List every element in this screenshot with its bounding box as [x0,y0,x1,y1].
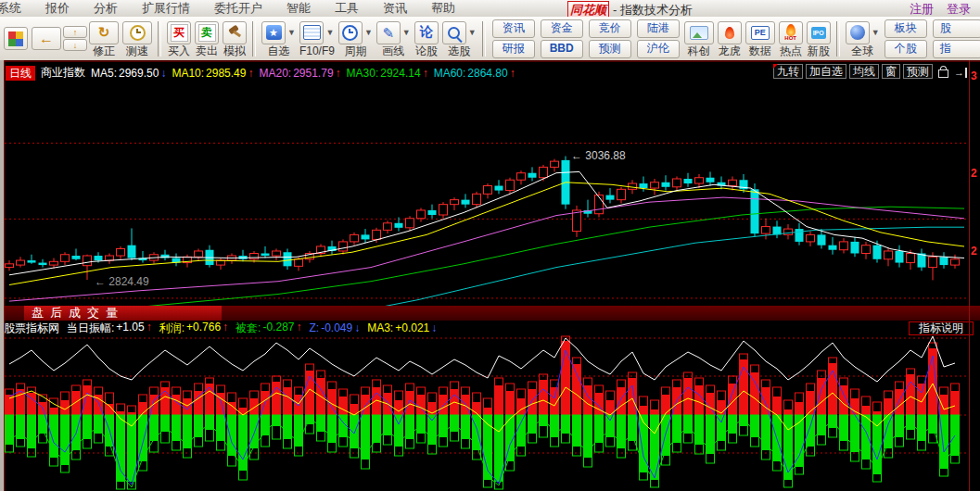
trend-arrow: ↓ [431,321,437,334]
app-window: 系统 报价 分析 扩展行情 委托开户 智能 工具 资讯 帮助 同花顺 - 指数技… [0,0,980,491]
news-button[interactable]: 资讯 [492,19,535,38]
pe-icon: PE [751,26,770,40]
login-link[interactable]: 登录 [947,1,971,18]
toolbar-separator [252,21,256,57]
back-arrow-icon: ← [39,31,54,47]
buy-icon: 买 [171,24,188,42]
document-icon [303,25,321,40]
chevron-down-icon[interactable]: ▼ [364,28,373,37]
trend-arrow: ↑ [223,321,228,336]
ma-toggle-button[interactable]: 均线 [849,64,879,79]
menu-item-news[interactable]: 资讯 [371,0,419,17]
main-chart-panel: 日线 商业指数 MA5: 2969.50 ↓ MA10: 2985.49 ↑ M… [0,60,980,308]
trapped-readout: 被套: -0.287 ↑ [235,321,301,336]
dragon-icon [725,27,734,39]
chevron-down-icon[interactable]: ▼ [402,28,411,37]
menu-item-extended[interactable]: 扩展行情 [130,0,202,17]
correct-button[interactable]: ↻ 修正 [89,21,119,57]
period-tag[interactable]: 日线 [6,66,35,81]
dragon-tiger-button[interactable]: 龙虎 [718,21,742,57]
tab-after-hours-volume[interactable]: 盘后成交量 [24,306,222,321]
menu-item-help[interactable]: 帮助 [419,0,467,17]
back-button[interactable]: ← [32,27,61,50]
lock-icon[interactable] [938,69,948,78]
watchlist-button[interactable]: ★▼ 自选 [261,21,296,57]
nine-turn-button[interactable]: 九转 [773,64,803,79]
down-arrow-icon: ↓ [73,41,78,50]
speed-test-button[interactable]: 测速 [122,21,152,57]
ipo-icon: IPO [811,27,826,39]
f10-button[interactable]: ▼ F10/F9 [299,21,335,57]
chart-frame-left [4,60,5,491]
hot-spots-button[interactable]: HOT 热点 [779,21,803,57]
grid-icon [8,31,23,46]
ma10-readout: MA10: 2985.49 ↑ [172,67,253,80]
svg-text:← 3036.88: ← 3036.88 [571,149,626,162]
stock-picker-button[interactable]: ▼ 选股 [442,21,477,57]
hk-connect-button[interactable]: 陆港 [637,19,680,38]
indicator-help-button[interactable]: 指标说明 [909,321,974,335]
indicator-header: 股票指标网 当日振幅: +1.05 ↑ 利润: +0.766 ↑ 被套: -0.… [0,321,980,335]
profit-readout: 利润: +0.766 ↑ [159,321,228,336]
toolbar-separator [482,21,486,57]
ipo-button[interactable]: IPO 新股 [807,21,831,57]
funds-button[interactable]: 资金 [541,19,583,38]
sectors-button[interactable]: 板块 [885,19,927,38]
chart-header: 日线 商业指数 MA5: 2969.50 ↓ MA10: 2985.49 ↑ M… [6,64,974,82]
stocks-button[interactable]: 个股 [885,40,927,58]
forum-icon: 论 [420,24,433,41]
draw-line-button[interactable]: ✎▼ 画线 [376,21,411,57]
up-arrow-icon: ↑ [73,28,78,37]
menu-item-quotes[interactable]: 报价 [33,0,82,17]
chevron-down-icon[interactable]: ▼ [287,28,296,37]
menu-item-tools[interactable]: 工具 [323,0,371,17]
scroll-down-button[interactable]: ↓ [63,39,87,51]
auction-button[interactable]: 竞价 [589,19,631,38]
chevron-down-icon[interactable]: ▼ [325,28,334,37]
symbol-name: 商业指数 [41,65,85,81]
layout-grid-button[interactable] [4,27,28,50]
simulate-button[interactable]: 模拟 [223,21,247,57]
goto-latest-icon[interactable]: → [954,68,967,78]
period-button[interactable]: ▼ 周期 [338,21,373,57]
menu-item-broker[interactable]: 委托开户 [202,0,274,17]
register-link[interactable]: 注册 [910,1,934,18]
toolbar-separator [836,21,840,57]
menu-item-analysis[interactable]: 分析 [82,0,130,17]
trend-arrow: ↑ [423,67,428,80]
bbd-button[interactable]: BBD [541,40,583,58]
forecast-button[interactable]: 预测 [903,64,933,79]
price-axis-label: 2 [971,168,977,180]
forecast-button[interactable]: 预测 [589,40,631,58]
trend-arrow: ↑ [296,321,301,336]
star-market-button[interactable]: 科创 [684,21,714,57]
ma30-readout: MA30: 2924.14 ↑ [347,67,428,80]
trend-arrow: ↓ [160,67,166,80]
z-readout: Z: -0.049 ↓ [309,321,360,334]
menu-item-system[interactable]: 系统 [0,0,33,17]
buy-button[interactable]: 买 买入 [167,21,191,57]
picture-icon [690,26,708,40]
sell-icon: 卖 [198,24,216,42]
london-connect-button[interactable]: 沪伦 [637,40,680,58]
global-markets-button[interactable]: ▼ 全球 [846,21,880,57]
pe-data-button[interactable]: PE 数据 [745,21,775,57]
scroll-up-button[interactable]: ↑ [63,26,87,38]
amplitude-readout: 当日振幅: +1.05 ↑ [67,321,152,336]
stock-forum-button[interactable]: 论 论股 [414,21,439,57]
trend-arrow: ↓ [354,321,360,334]
star-icon: ★ [266,25,282,40]
ma3-readout: MA3: +0.021 ↓ [367,321,437,334]
chevron-down-icon[interactable]: ▼ [468,28,477,37]
svg-text:← 2824.49: ← 2824.49 [95,275,149,288]
add-watchlist-button[interactable]: 加自选 [806,64,846,79]
menu-item-smart[interactable]: 智能 [274,0,323,17]
pencil-icon: ✎ [383,26,395,40]
research-button[interactable]: 研报 [492,40,535,58]
indicator-chart[interactable] [5,335,969,491]
chevron-down-icon[interactable]: ▼ [872,28,880,37]
toolbar-separator [158,21,161,57]
toolbar: ← ↑ ↓ ↻ 修正 测速 买 买入 卖 卖出 模拟 ★▼ 自选 [0,17,980,61]
window-button[interactable]: 窗 [882,64,900,79]
sell-button[interactable]: 卖 卖出 [195,21,219,57]
